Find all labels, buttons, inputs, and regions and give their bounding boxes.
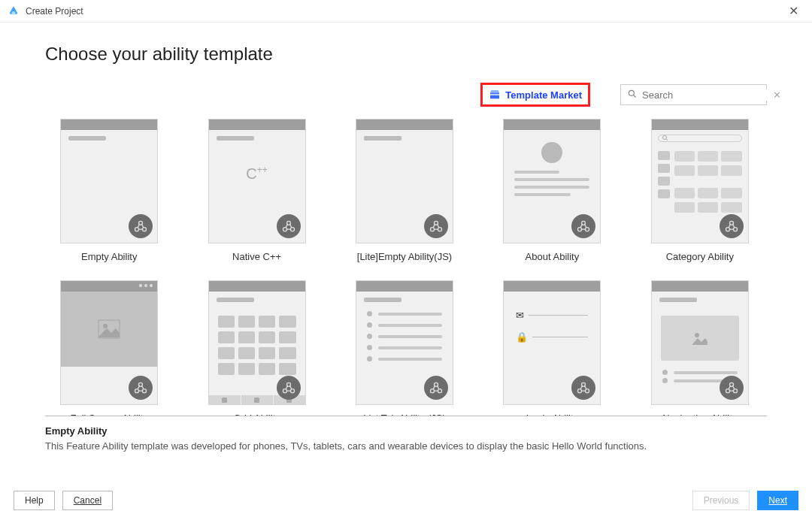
titlebar: Create Project ✕ xyxy=(0,0,812,23)
svg-line-60 xyxy=(581,386,583,389)
svg-line-35 xyxy=(732,225,734,228)
clear-search-icon[interactable]: ✕ xyxy=(773,89,781,101)
template-card[interactable]: About Ability xyxy=(494,119,610,262)
template-card[interactable]: List Tab Ability (JS) xyxy=(347,280,462,416)
template-thumbnail xyxy=(356,119,453,243)
template-thumbnail xyxy=(651,280,749,405)
svg-point-63 xyxy=(695,333,699,337)
template-card[interactable]: Full Screen Ability xyxy=(51,280,167,416)
app-logo-icon xyxy=(8,5,20,17)
template-thumbnail xyxy=(60,280,158,405)
template-label: About Ability xyxy=(494,251,610,262)
previous-button: Previous xyxy=(692,491,750,510)
template-label: Navigation Ability xyxy=(642,413,758,416)
svg-point-52 xyxy=(430,389,434,393)
ability-badge-icon xyxy=(277,376,301,400)
template-thumbnail xyxy=(60,119,158,243)
template-label: Full Screen Ability xyxy=(51,413,167,416)
ability-badge-icon xyxy=(424,214,448,238)
template-card[interactable]: ✉🔒Login Ability xyxy=(494,280,610,416)
template-card[interactable]: C++Native C++ xyxy=(198,119,314,262)
template-description: Empty Ability This Feature Ability templ… xyxy=(45,416,767,453)
page-title: Choose your ability template xyxy=(45,44,767,65)
template-market-label: Template Market xyxy=(505,89,582,101)
svg-point-29 xyxy=(662,136,666,140)
svg-point-12 xyxy=(283,228,286,231)
ability-badge-icon xyxy=(129,214,153,238)
next-button[interactable]: Next xyxy=(757,491,798,510)
svg-point-32 xyxy=(726,228,729,231)
svg-point-33 xyxy=(733,228,737,231)
svg-rect-1 xyxy=(490,92,499,98)
svg-line-43 xyxy=(142,386,144,389)
svg-point-7 xyxy=(143,228,147,231)
svg-point-19 xyxy=(438,228,441,231)
template-grid-scroll[interactable]: Empty AbilityC++Native C++[Lite]Empty Ab… xyxy=(45,116,767,416)
svg-line-4 xyxy=(634,95,636,97)
svg-point-58 xyxy=(578,389,582,393)
svg-point-3 xyxy=(629,90,634,95)
ability-badge-icon xyxy=(129,376,153,400)
svg-point-46 xyxy=(283,389,286,393)
svg-point-18 xyxy=(430,228,434,231)
svg-line-9 xyxy=(142,225,144,228)
svg-line-54 xyxy=(433,386,435,389)
svg-line-34 xyxy=(729,225,730,228)
svg-point-65 xyxy=(726,389,729,393)
svg-line-68 xyxy=(732,386,734,389)
svg-line-27 xyxy=(585,225,586,228)
template-label: Grid Ability xyxy=(198,413,314,416)
ability-badge-icon xyxy=(720,376,744,400)
window-title: Create Project xyxy=(26,6,83,17)
template-label: Empty Ability xyxy=(51,251,167,262)
svg-line-55 xyxy=(438,386,439,389)
svg-line-49 xyxy=(289,386,291,389)
search-input[interactable] xyxy=(642,89,768,101)
svg-line-21 xyxy=(438,225,439,228)
svg-line-20 xyxy=(433,225,435,228)
svg-line-8 xyxy=(138,225,139,228)
svg-line-42 xyxy=(138,386,139,389)
svg-line-67 xyxy=(729,386,730,389)
template-label: Login Ability xyxy=(494,413,610,416)
template-label: Native C++ xyxy=(198,251,314,262)
template-thumbnail xyxy=(651,119,749,243)
svg-line-61 xyxy=(585,386,586,389)
svg-point-59 xyxy=(586,389,589,393)
template-thumbnail: ✉🔒 xyxy=(503,280,601,405)
template-thumbnail xyxy=(356,280,453,405)
template-thumbnail xyxy=(503,119,601,243)
ability-badge-icon xyxy=(571,376,595,400)
ability-badge-icon xyxy=(424,376,448,400)
svg-line-30 xyxy=(666,139,668,141)
template-thumbnail: C++ xyxy=(208,119,306,243)
search-icon xyxy=(627,89,638,101)
svg-point-0 xyxy=(11,11,15,15)
search-box[interactable]: ✕ xyxy=(620,84,767,105)
svg-rect-2 xyxy=(490,94,499,95)
template-card[interactable]: Category Ability xyxy=(642,119,758,262)
svg-point-53 xyxy=(438,389,441,393)
svg-point-41 xyxy=(143,389,147,393)
template-card[interactable]: Empty Ability xyxy=(51,119,167,262)
svg-line-26 xyxy=(581,225,583,228)
help-button[interactable]: Help xyxy=(14,491,55,510)
svg-point-13 xyxy=(290,228,294,231)
ability-badge-icon xyxy=(571,214,595,238)
ability-badge-icon xyxy=(277,214,301,238)
template-card[interactable]: Grid Ability xyxy=(198,280,314,416)
template-market-link[interactable]: Template Market xyxy=(480,83,590,107)
ability-badge-icon xyxy=(720,214,744,238)
footer: Help Cancel Previous Next xyxy=(0,481,812,520)
svg-line-14 xyxy=(286,225,287,228)
template-card[interactable]: Navigation Ability xyxy=(642,280,758,416)
cancel-button[interactable]: Cancel xyxy=(62,491,113,510)
selected-template-description: This Feature Ability template was develo… xyxy=(45,440,662,453)
close-button[interactable]: ✕ xyxy=(783,1,804,21)
svg-line-48 xyxy=(286,386,287,389)
template-card[interactable]: [Lite]Empty Ability(JS) xyxy=(347,119,462,262)
svg-point-47 xyxy=(290,389,294,393)
template-label: [Lite]Empty Ability(JS) xyxy=(347,251,462,262)
svg-point-66 xyxy=(733,389,737,393)
svg-point-25 xyxy=(586,228,589,231)
